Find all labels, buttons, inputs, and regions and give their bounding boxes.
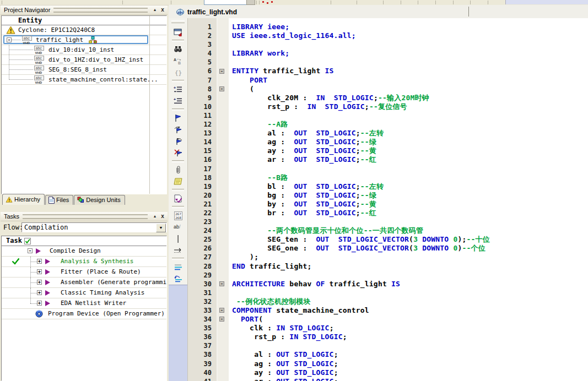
panel-grip[interactable] — [53, 8, 148, 13]
remove-all-bookmarks-button[interactable] — [172, 148, 184, 158]
increase-indent-button[interactable]: + — [172, 84, 184, 95]
decrease-indent-button[interactable]: + — [172, 96, 184, 106]
vhd-file-icon: abcVHD — [34, 66, 45, 74]
expand-box[interactable]: + — [37, 259, 42, 264]
task-column-header[interactable]: Task — [2, 236, 166, 246]
flow-row: Flow: Compilation ▼ — [1, 222, 167, 232]
fold-collapse-box[interactable]: - — [219, 86, 224, 91]
insert-bookmark-button[interactable] — [172, 113, 184, 123]
flow-dropdown-button[interactable]: ▼ — [156, 224, 166, 232]
task-compile-design[interactable]: -Compile Design — [2, 246, 166, 257]
clipped-red-icon — [267, 2, 268, 4]
project-navigator-titlebar: Project Navigator ▴ x — [1, 6, 168, 15]
task-assembler-generate-programming-f[interactable]: +Assembler (Generate programming f — [2, 277, 166, 288]
syntax-coloring-button[interactable]: ab/ — [172, 222, 184, 232]
show-column-guide-button[interactable] — [172, 233, 184, 244]
code-line: ar : OUT STD_LOGIC; — [232, 377, 588, 381]
tree-item-seg-8-seg-8-inst[interactable]: abcVHDSEG_8:SEG_8_inst — [2, 65, 166, 75]
code-line: al : OUT STD_LOGIC;--左转 — [232, 129, 588, 138]
task-classic-timing-analysis[interactable]: +Classic Timing Analysis — [2, 288, 166, 298]
tab-design-units[interactable]: Design Units — [74, 195, 125, 205]
tab-files[interactable]: Files — [45, 195, 73, 205]
expand-box[interactable]: + — [37, 301, 42, 306]
collapse-panel-button[interactable]: ▴ — [151, 7, 159, 14]
uncomment-selection-button[interactable] — [172, 274, 184, 284]
attach-comment-button[interactable] — [172, 165, 184, 175]
svg-text:/: / — [179, 224, 181, 230]
open-file-in-new-window-button[interactable] — [172, 27, 184, 37]
column-divider[interactable] — [149, 16, 150, 194]
code-line: ag : OUT STD_LOGIC;--绿 — [232, 138, 588, 146]
show-whitespace-button[interactable] — [172, 245, 184, 255]
run-task-icon[interactable] — [45, 290, 50, 296]
flow-combobox[interactable]: Compilation ▼ — [21, 222, 167, 232]
fold-collapse-box[interactable]: - — [219, 308, 224, 313]
previous-bookmark-button[interactable] — [172, 136, 184, 146]
line-number: 6 — [188, 67, 217, 75]
toolbar-separator — [435, 1, 436, 4]
comment-selection-icon — [174, 264, 182, 271]
code-line: clk_20M : IN STD_LOGIC;--输入20M时钟 — [232, 94, 588, 102]
vhd-file-icon: abcVHD — [34, 46, 45, 54]
toolbar-handle[interactable] — [171, 20, 185, 23]
find-and-replace-icon: AB — [174, 57, 182, 65]
task-label: Classic Timing Analysis — [61, 288, 144, 298]
fold-collapse-box[interactable]: - — [219, 281, 224, 286]
code-line: --例化状态机控制模块 — [232, 297, 588, 306]
find-button[interactable] — [172, 44, 184, 55]
close-panel-button[interactable]: x — [159, 213, 166, 220]
toolbar-separator — [172, 258, 184, 260]
collapse-box[interactable]: - — [28, 248, 33, 253]
code-line: SEG_one : OUT STD_LOGIC_VECTOR(3 DOWNTO … — [232, 244, 588, 253]
task-eda-netlist-writer[interactable]: +EDA Netlist Writer — [2, 298, 166, 309]
tree-item-traffic-light[interactable]: -abcVHDtraffic_light — [2, 35, 166, 45]
attach-comment-icon — [175, 166, 181, 174]
next-bookmark-button[interactable] — [172, 124, 184, 135]
panel-grip[interactable] — [23, 214, 148, 219]
task-label: Compile Design — [50, 246, 101, 256]
close-panel-button[interactable]: x — [159, 7, 166, 14]
matching-delimiter-button[interactable]: {} — [172, 67, 184, 78]
expand-box[interactable]: + — [37, 280, 42, 285]
text-editor-pane: abc traffic_light.vhd AB{}++267268ab/ 12… — [169, 5, 588, 381]
vhd-file-icon: abcVHD — [34, 56, 45, 64]
comment-selection-button[interactable] — [172, 262, 184, 273]
code-line: br : OUT STD_LOGIC;--红 — [232, 209, 588, 217]
line-number: 32 — [188, 297, 217, 306]
svg-text:abc: abc — [36, 46, 42, 50]
collapse-box[interactable]: - — [7, 37, 12, 42]
tree-item-cyclone-ep1c12q240c8[interactable]: !Cyclone: EP1C12Q240C8 — [2, 25, 166, 35]
left-dock: Project Navigator ▴ x Entity !Cyclone: E… — [0, 5, 169, 381]
show-line-numbers-button[interactable]: 267268 — [172, 210, 184, 221]
tree-item-div-10-div-10-inst[interactable]: abcVHDdiv_10:div_10_inst — [2, 45, 166, 55]
line-number: 34 — [188, 315, 217, 324]
run-task-icon[interactable] — [45, 259, 50, 264]
show-column-guide-icon — [176, 235, 180, 243]
task-program-device-open-programmer[interactable]: Program Device (Open Programmer) — [2, 309, 166, 319]
task-fitter-place-route[interactable]: +Fitter (Place & Route) — [2, 267, 166, 277]
find-and-replace-button[interactable]: AB — [172, 56, 184, 66]
expand-box[interactable]: + — [37, 269, 42, 274]
analyze-current-file-button[interactable] — [172, 193, 184, 204]
run-task-icon[interactable] — [45, 269, 50, 275]
show-comments-button[interactable] — [172, 176, 184, 187]
expand-box[interactable]: + — [37, 290, 42, 295]
collapse-panel-button[interactable]: ▴ — [151, 213, 159, 220]
run-task-icon[interactable] — [36, 248, 41, 254]
task-analysis-synthesis[interactable]: +Analysis & Synthesis — [2, 257, 166, 267]
code-line — [232, 165, 588, 173]
fold-collapse-box[interactable]: - — [219, 317, 224, 322]
toolbar-separator — [172, 160, 184, 162]
document-tab[interactable]: abc traffic_light.vhd — [173, 6, 242, 18]
run-task-icon[interactable] — [45, 301, 50, 306]
code-line: --两个数码管显示十位和个位--一共四个数码管 — [232, 226, 588, 235]
code-area[interactable]: LIBRARY ieee;USE ieee.std_logic_1164.all… — [229, 18, 588, 381]
tab-hierarchy[interactable]: !Hierarchy — [2, 194, 45, 205]
tree-item-div-to-1hz-div-to-1hz-inst[interactable]: abcVHDdiv_to_1HZ:div_to_1HZ_inst — [2, 55, 166, 65]
tree-item-state-machine-control-state[interactable]: abcVHDstate_machine_control:state... — [2, 75, 166, 85]
run-task-icon[interactable] — [45, 280, 50, 285]
entity-column-header[interactable]: Entity — [2, 16, 166, 25]
clipped-toolbar-segment — [505, 0, 588, 4]
fold-collapse-box[interactable]: - — [219, 69, 224, 74]
svg-text:+: + — [174, 97, 176, 101]
